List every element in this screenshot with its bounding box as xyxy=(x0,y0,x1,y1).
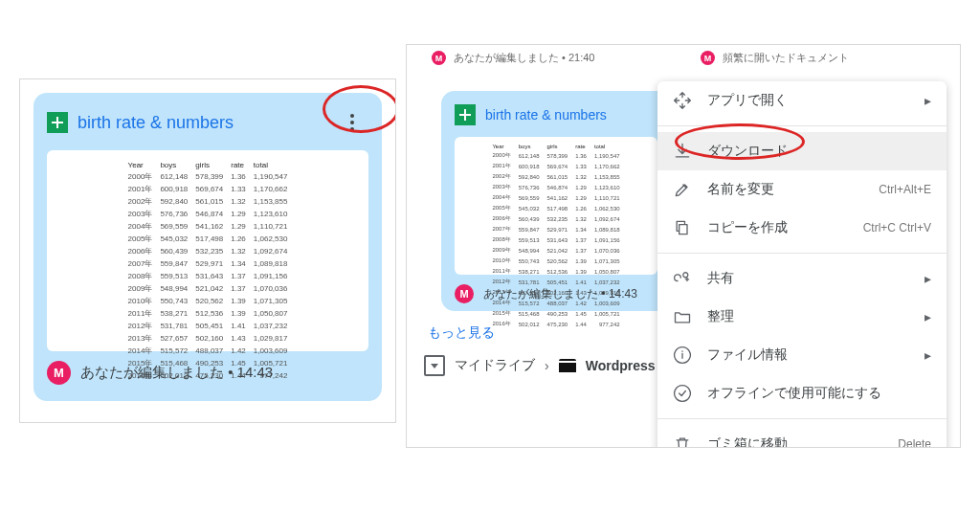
menu-item-copy[interactable]: コピーを作成Ctrl+C Ctrl+V xyxy=(657,209,947,247)
download-icon xyxy=(673,142,692,161)
breadcrumb-folder[interactable]: Wordpress xyxy=(586,358,656,373)
chevron-right-icon: ▸ xyxy=(924,347,931,363)
chevron-right-icon: ▸ xyxy=(924,93,931,108)
ghost-card-1: M あなたが編集しました • 21:40 xyxy=(424,51,674,78)
info-icon xyxy=(673,346,692,365)
menu-item-label: 整理 xyxy=(707,308,909,325)
breadcrumb-root[interactable]: マイドライブ xyxy=(455,357,535,374)
file-preview: Yearboysgirlsratetotal2000年612,148578,39… xyxy=(455,137,657,275)
rename-icon xyxy=(673,180,692,199)
menu-item-label: オフラインで使用可能にする xyxy=(707,385,931,402)
folder-icon xyxy=(673,307,692,326)
menu-item-label: 名前を変更 xyxy=(707,181,863,198)
last-edited-row: M あなたが編集しました • 14:43 xyxy=(47,361,368,385)
chevron-right-icon: ▸ xyxy=(924,271,931,286)
edited-time: 14:43 xyxy=(237,364,274,380)
trash-icon xyxy=(673,435,692,448)
left-panel: birth rate & numbers Yearboysgirlsrateto… xyxy=(19,78,396,423)
menu-item-rename[interactable]: 名前を変更Ctrl+Alt+E xyxy=(657,170,947,209)
google-sheets-icon xyxy=(47,112,68,133)
menu-item-share[interactable]: 共有▸ xyxy=(657,259,947,298)
file-card[interactable]: birth rate & numbers Yearboysgirlsrateto… xyxy=(441,91,671,311)
menu-item-label: コピーを作成 xyxy=(707,219,848,236)
more-options-button[interactable] xyxy=(336,106,368,139)
previous-row-cards: M あなたが編集しました • 21:40 M 頻繁に開いたドキュメント xyxy=(407,45,960,78)
menu-item-shortcut: Ctrl+Alt+E xyxy=(879,183,931,196)
offline-icon xyxy=(673,384,692,403)
share-icon xyxy=(673,269,692,288)
menu-item-label: 共有 xyxy=(707,270,909,287)
menu-item-label: アプリで開く xyxy=(707,92,909,109)
context-menu: アプリで開く▸ダウンロード名前を変更Ctrl+Alt+Eコピーを作成Ctrl+C… xyxy=(657,81,947,448)
my-drive-icon xyxy=(424,355,445,376)
menu-item-info[interactable]: ファイル情報▸ xyxy=(657,336,947,374)
file-title: birth rate & numbers xyxy=(78,113,326,133)
chevron-right-icon: ▸ xyxy=(924,309,931,324)
edited-text: あなたが編集しました xyxy=(80,364,224,380)
menu-item-organize[interactable]: 整理▸ xyxy=(657,298,947,336)
copy-icon xyxy=(673,218,692,237)
edited-text: あなたが編集しました xyxy=(483,287,598,301)
edited-time: 14:43 xyxy=(609,287,637,301)
file-title: birth rate & numbers xyxy=(485,107,657,123)
right-panel: M あなたが編集しました • 21:40 M 頻繁に開いたドキュメント birt… xyxy=(406,44,961,448)
last-edited-row: M あなたが編集しました • 14:43 xyxy=(455,284,657,303)
folder-icon xyxy=(559,359,576,372)
ghost-card-2: M 頻繁に開いたドキュメント xyxy=(693,51,943,78)
avatar: M xyxy=(47,361,71,385)
file-preview: Yearboysgirlsratetotal2000年612,148578,39… xyxy=(47,150,368,351)
file-card[interactable]: birth rate & numbers Yearboysgirlsrateto… xyxy=(33,93,382,401)
menu-item-label: ダウンロード xyxy=(707,143,931,160)
menu-item-offline[interactable]: オフラインで使用可能にする xyxy=(657,374,947,413)
open-icon xyxy=(673,91,692,110)
chevron-right-icon: › xyxy=(545,358,549,373)
menu-item-label: ゴミ箱に移動 xyxy=(707,435,882,448)
avatar: M xyxy=(455,284,474,303)
menu-item-trash[interactable]: ゴミ箱に移動Delete xyxy=(657,425,947,448)
menu-item-label: ファイル情報 xyxy=(707,346,909,364)
google-sheets-icon xyxy=(455,104,476,125)
menu-item-shortcut: Delete xyxy=(898,437,931,448)
menu-item-open-with[interactable]: アプリで開く▸ xyxy=(657,81,947,120)
menu-item-download[interactable]: ダウンロード xyxy=(657,132,947,170)
menu-item-shortcut: Ctrl+C Ctrl+V xyxy=(863,221,931,234)
